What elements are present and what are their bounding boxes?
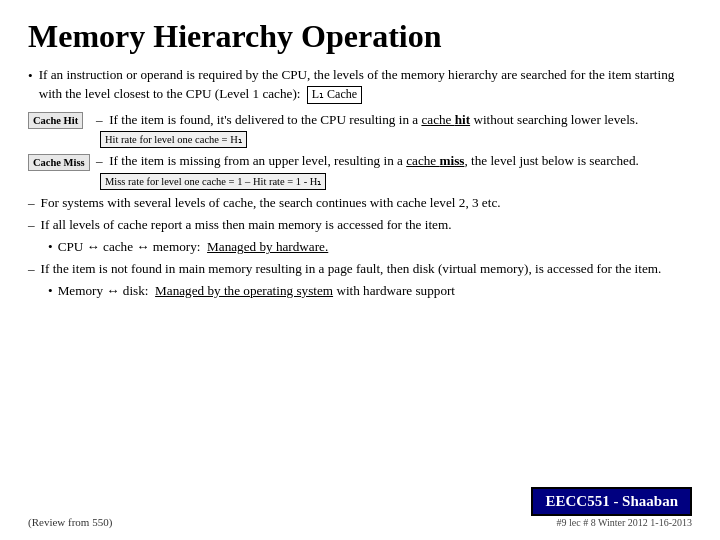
- all-miss-text: If all levels of cache report a miss the…: [41, 215, 692, 234]
- slide-title: Memory Hierarchy Operation: [28, 18, 692, 55]
- page-fault-row: – If the item is not found in main memor…: [28, 259, 692, 278]
- cache-miss-content: – If the item is missing from an upper l…: [96, 151, 692, 190]
- cpu-cache-row: • CPU ↔ cache ↔ memory: Managed by hardw…: [48, 237, 692, 256]
- intro-text: If an instruction or operand is required…: [39, 65, 692, 104]
- level-item-text: For systems with several levels of cache…: [41, 193, 692, 212]
- l1-cache-box: L₁ Cache: [307, 86, 362, 104]
- mem-disk-text: Memory ↔ disk: Managed by the operating …: [58, 281, 455, 300]
- intro-bullet: • If an instruction or operand is requir…: [28, 65, 692, 104]
- hit-rate-box: Hit rate for level one cache = H₁: [100, 131, 247, 148]
- miss-rate-box: Miss rate for level one cache = 1 – Hit …: [100, 173, 326, 190]
- footer-course: EECC551 - Shaaban: [531, 487, 692, 516]
- cache-miss-label: Cache Miss: [28, 154, 90, 171]
- slide-content: • If an instruction or operand is requir…: [28, 65, 692, 481]
- mem-disk-row: • Memory ↔ disk: Managed by the operatin…: [48, 281, 692, 300]
- footer-review: (Review from 550): [28, 516, 112, 528]
- cache-hit-content: – If the item is found, it's delivered t…: [96, 110, 692, 149]
- cache-hit-row: Cache Hit – If the item is found, it's d…: [28, 110, 692, 149]
- footer: (Review from 550) EECC551 - Shaaban #9 l…: [28, 487, 692, 528]
- dash-hit: –: [96, 112, 106, 127]
- slide: Memory Hierarchy Operation • If an instr…: [0, 0, 720, 540]
- all-miss-row: – If all levels of cache report a miss t…: [28, 215, 692, 234]
- bullet-dot: •: [28, 66, 33, 85]
- level-item-row: – For systems with several levels of cac…: [28, 193, 692, 212]
- dash-miss: –: [96, 153, 106, 168]
- cache-miss-row: Cache Miss – If the item is missing from…: [28, 151, 692, 190]
- page-fault-text: If the item is not found in main memory …: [41, 259, 692, 278]
- footer-page: #9 lec # 8 Winter 2012 1-16-2013: [531, 517, 692, 528]
- cpu-cache-text: CPU ↔ cache ↔ memory: Managed by hardwar…: [58, 237, 329, 256]
- cache-hit-label: Cache Hit: [28, 112, 83, 129]
